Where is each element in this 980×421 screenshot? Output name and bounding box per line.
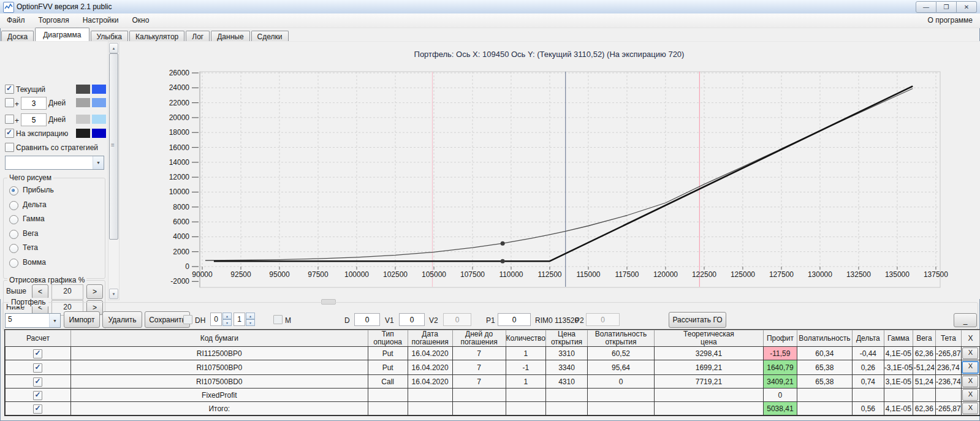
- column-header[interactable]: X: [961, 330, 979, 347]
- color-swatch: [92, 115, 106, 124]
- column-header[interactable]: Цена открытия: [546, 330, 588, 347]
- scroll-down-icon[interactable]: ▼: [109, 289, 118, 299]
- range-decrease-button[interactable]: <: [32, 284, 48, 299]
- v1-field[interactable]: [399, 313, 425, 326]
- series-toggle-row: Текущий: [0, 85, 108, 98]
- spinner-arrows[interactable]: ▲▼: [246, 313, 255, 326]
- strategy-dropdown[interactable]: ▼: [5, 156, 104, 170]
- p2-field[interactable]: [586, 313, 620, 326]
- dh-checkbox[interactable]: [183, 315, 192, 324]
- p1-field[interactable]: [498, 313, 531, 326]
- menu-item-Настройки[interactable]: Настройки: [76, 13, 126, 26]
- draw-option-radio[interactable]: [9, 201, 18, 210]
- close-button[interactable]: ✕: [957, 1, 977, 13]
- x-tick-label: 137500: [924, 270, 948, 279]
- spin-up-icon[interactable]: ▲: [246, 313, 255, 319]
- series-checkbox[interactable]: [5, 129, 14, 138]
- cell-theta: [935, 389, 961, 402]
- portfolio-chart[interactable]: -200002000400060008000100001200014000160…: [118, 42, 980, 299]
- series-checkbox[interactable]: [5, 85, 14, 94]
- range-row-label: Выше: [6, 287, 26, 295]
- column-header[interactable]: Волатильность: [797, 330, 852, 347]
- minimize-button[interactable]: —: [916, 1, 936, 13]
- spin-down-icon[interactable]: ▼: [222, 319, 232, 326]
- menu-item-Окно[interactable]: Окно: [126, 13, 156, 26]
- scrollbar-thumb[interactable]: [109, 53, 118, 240]
- row-calc-checkbox[interactable]: [33, 363, 42, 373]
- cell-vol: 60,34: [797, 347, 852, 360]
- row-calc-checkbox[interactable]: [33, 349, 42, 358]
- draw-option-radio[interactable]: [9, 215, 18, 224]
- portfolio-selector[interactable]: 5 ▼: [5, 313, 61, 328]
- column-header[interactable]: Расчет: [6, 330, 71, 347]
- import-button[interactable]: Импорт: [64, 311, 100, 328]
- draw-option-radio[interactable]: [9, 244, 18, 253]
- cell-days: 7: [452, 360, 506, 375]
- cell-profit: 5038,41: [763, 402, 797, 415]
- row-calc-cell: [6, 375, 71, 389]
- column-header[interactable]: Вега: [913, 330, 935, 347]
- column-header[interactable]: Профит: [763, 330, 797, 347]
- tab-Диаграмма[interactable]: Диаграмма: [35, 28, 89, 41]
- draw-option-row: Тета: [9, 244, 18, 255]
- draw-option-radio[interactable]: [9, 230, 18, 239]
- collapse-panel-button[interactable]: _: [954, 313, 977, 327]
- row-calc-cell: [6, 360, 71, 375]
- cell-open_price: 3340: [546, 360, 588, 375]
- cell-qty: [506, 402, 545, 415]
- maximize-button[interactable]: ❐: [936, 1, 957, 13]
- cell-days: [452, 402, 506, 415]
- draw-group: Чего рисуем: [3, 178, 105, 279]
- column-header[interactable]: Код бумаги: [70, 330, 368, 347]
- range-increase-button[interactable]: >: [86, 284, 103, 299]
- v2-field[interactable]: [443, 313, 471, 326]
- draw-option-radio[interactable]: [9, 259, 18, 268]
- dh-spinner-1[interactable]: 0 ▲▼: [210, 313, 232, 326]
- compare-strategy-row: Сравнить со стратегией: [0, 143, 108, 156]
- column-header[interactable]: Дней до погашения: [452, 330, 506, 347]
- row-calc-checkbox[interactable]: [33, 377, 42, 387]
- dh-spinner-2-value: 1: [234, 313, 245, 326]
- positions-table: РасчетКод бумагиТип опционаДата погашени…: [5, 330, 980, 415]
- row-calc-checkbox[interactable]: [33, 404, 42, 414]
- column-header[interactable]: Дата погашения: [408, 330, 452, 347]
- days-input[interactable]: [21, 97, 47, 110]
- column-header[interactable]: Гамма: [884, 330, 913, 347]
- scroll-up-icon[interactable]: ▲: [109, 43, 118, 53]
- app-icon: [3, 2, 14, 13]
- column-header[interactable]: Дельта: [852, 330, 884, 347]
- column-header[interactable]: Волатильность открытия: [588, 330, 655, 347]
- row-calc-cell: [6, 347, 71, 360]
- calc-margin-button[interactable]: Рассчитать ГО: [669, 312, 726, 328]
- remove-row-button[interactable]: X: [962, 389, 978, 401]
- menu-item-Торговля[interactable]: Торговля: [32, 13, 76, 26]
- spin-down-icon[interactable]: ▼: [246, 319, 255, 326]
- draw-option-radio[interactable]: [9, 186, 18, 195]
- series-checkbox[interactable]: [5, 115, 14, 124]
- plus-label: +: [15, 100, 19, 108]
- spin-up-icon[interactable]: ▲: [222, 313, 232, 319]
- days-input[interactable]: [21, 113, 47, 126]
- cell-theta: -236,74: [935, 375, 961, 389]
- remove-row-button[interactable]: X: [962, 361, 979, 374]
- draw-group-title: Чего рисуем: [7, 173, 53, 182]
- m-checkbox[interactable]: [273, 315, 283, 324]
- menu-item-Файл[interactable]: Файл: [0, 13, 32, 26]
- column-header[interactable]: Теоретическая цена: [654, 330, 763, 347]
- row-calc-checkbox[interactable]: [33, 391, 42, 400]
- remove-row-button[interactable]: X: [962, 347, 978, 359]
- column-header[interactable]: Количество: [506, 330, 545, 347]
- series-checkbox[interactable]: [5, 98, 14, 107]
- spinner-arrows[interactable]: ▲▼: [222, 313, 232, 326]
- cell-open_price: [546, 389, 588, 402]
- menu-item-about[interactable]: О программе: [928, 16, 973, 25]
- column-header[interactable]: Тип опциона: [368, 330, 408, 347]
- series-toggle-row: +Дней: [0, 98, 108, 112]
- compare-strategy-checkbox[interactable]: [5, 143, 14, 152]
- remove-row-button[interactable]: X: [962, 403, 978, 414]
- dh-spinner-2[interactable]: 1 ▲▼: [234, 313, 255, 326]
- column-header[interactable]: Тета: [935, 330, 961, 347]
- delete-button[interactable]: Удалить: [102, 311, 142, 328]
- remove-row-button[interactable]: X: [962, 376, 978, 387]
- d-field[interactable]: [354, 313, 380, 326]
